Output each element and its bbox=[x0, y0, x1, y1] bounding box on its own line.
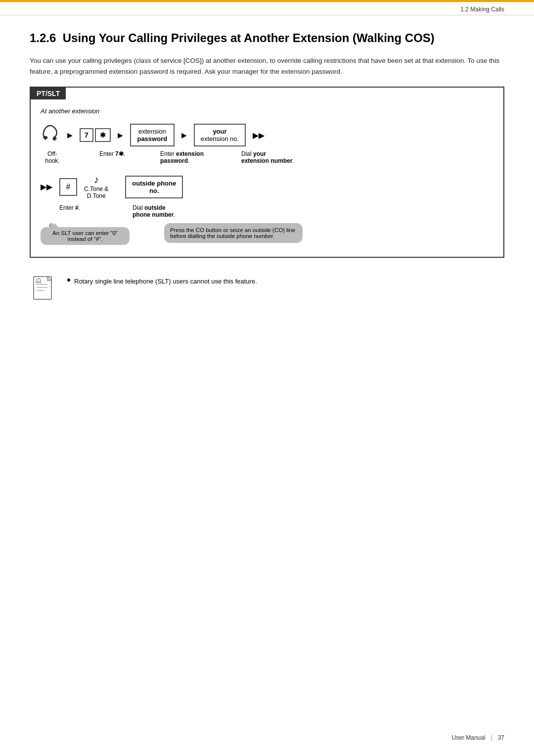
enter-pwd-label: Enter extensionpassword. bbox=[160, 150, 215, 164]
header-text: 1.2 Making Calls bbox=[460, 6, 504, 13]
key-star: ✱ bbox=[95, 128, 111, 142]
row2-labels: Enter #. Dial outsidephone number. bbox=[31, 204, 503, 218]
intro-paragraph: You can use your calling privileges (cla… bbox=[30, 55, 504, 77]
ctone-dtone: ♪ C.Tone & D.Tone bbox=[84, 174, 108, 199]
arrow-3: ▶ bbox=[181, 131, 187, 139]
double-arrow-2: ▶▶ bbox=[41, 182, 52, 191]
footer-label: User Manual bbox=[452, 734, 486, 741]
double-arrow-1: ▶▶ bbox=[253, 131, 265, 140]
diagram-row-1: ▶ 7 ✱ ▶ extension password ▶ your extens… bbox=[31, 120, 503, 150]
footer-page-number: 37 bbox=[498, 734, 504, 741]
offhook-label: Off-hook. bbox=[41, 150, 64, 164]
diagram-box: PT/SLT At another extension ▶ 7 ✱ ▶ bbox=[30, 87, 504, 258]
arrow-2: ▶ bbox=[118, 131, 123, 139]
balloon2-container: Press the CO button or seize an outside … bbox=[164, 223, 303, 243]
phone-offhook-icon bbox=[41, 124, 60, 146]
balloon2: Press the CO button or seize an outside … bbox=[164, 223, 303, 243]
diagram-subtitle: At another extension bbox=[31, 104, 503, 120]
note-section: Rotary single line telephone (SLT) users… bbox=[30, 273, 504, 305]
music-note-icon: ♪ bbox=[94, 174, 99, 186]
extension-password-box: extension password bbox=[130, 124, 175, 146]
key-7: 7 bbox=[80, 128, 93, 142]
note-text: Rotary single line telephone (SLT) users… bbox=[74, 277, 257, 287]
balloons-row: An SLT user can enter "0" instead of "#"… bbox=[31, 221, 503, 247]
page-content: 1.2.6 Using Your Calling Privileges at A… bbox=[0, 15, 534, 334]
section-title: 1.2.6 Using Your Calling Privileges at A… bbox=[30, 30, 504, 46]
diagram-row-2: ▶▶ # ♪ C.Tone & D.Tone outside phone no. bbox=[31, 170, 503, 203]
footer: User Manual 37 bbox=[452, 734, 504, 741]
dial-your-label: Dial yourextension number. bbox=[241, 150, 306, 164]
hash-key-box: # bbox=[59, 178, 77, 196]
note-icon bbox=[30, 273, 59, 305]
section-header: 1.2 Making Calls bbox=[0, 2, 534, 15]
arrow-1: ▶ bbox=[67, 131, 73, 139]
footer-divider bbox=[491, 734, 492, 741]
dial-outside-label: Dial outsidephone number. bbox=[133, 204, 212, 218]
row1-labels: Off-hook. Enter 7✱. Enter extensionpassw… bbox=[31, 150, 503, 164]
your-extension-box: your extension no. bbox=[194, 124, 246, 146]
device-label: PT/SLT bbox=[31, 88, 66, 99]
note-content: Rotary single line telephone (SLT) users… bbox=[67, 277, 257, 287]
outside-phone-box: outside phone no. bbox=[125, 176, 183, 198]
hash-symbol: # bbox=[66, 183, 71, 191]
balloon1-container: An SLT user can enter "0" instead of "#"… bbox=[41, 227, 130, 245]
enter7star-label: Enter 7✱. bbox=[91, 150, 134, 157]
bullet-dot bbox=[67, 279, 70, 282]
enter-hash-label: Enter #. bbox=[57, 204, 82, 211]
key-7star: 7 ✱ bbox=[80, 128, 111, 142]
balloon1: An SLT user can enter "0" instead of "#"… bbox=[41, 227, 130, 245]
